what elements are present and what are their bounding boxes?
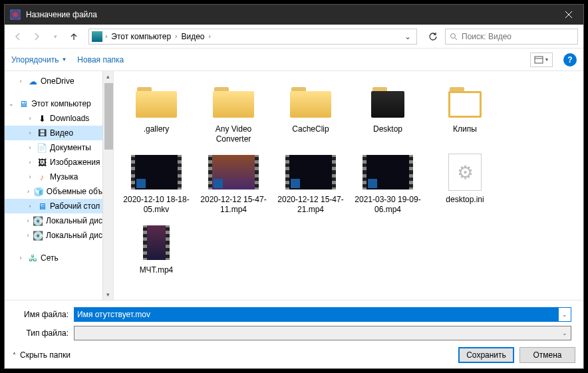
titlebar: Назначение файла xyxy=(5,5,583,25)
videos-library-icon xyxy=(92,31,102,42)
disk-icon: 💽 xyxy=(33,230,43,241)
file-mcht[interactable]: МЧТ.mp4 xyxy=(118,220,195,278)
filename-input[interactable] xyxy=(74,308,559,321)
onedrive-icon: ☁ xyxy=(27,76,38,86)
close-button[interactable] xyxy=(554,5,583,25)
video-thumb-icon xyxy=(285,155,336,189)
search-box[interactable] xyxy=(445,29,578,45)
disk-icon: 💽 xyxy=(33,215,43,226)
filename-dropdown[interactable]: ⌄ xyxy=(559,311,571,318)
folder-desktop[interactable]: Desktop xyxy=(349,79,426,147)
address-bar[interactable]: › Этот компьютер › Видео › ⌄ xyxy=(88,29,417,45)
sidebar-scrollbar[interactable]: ▴ ▾ xyxy=(102,71,113,300)
filetype-label: Тип файла: xyxy=(13,328,74,338)
nav-bar: ▾ › Этот компьютер › Видео › ⌄ xyxy=(5,25,583,49)
chevron-right-icon: › xyxy=(175,33,177,40)
folder-anyvideo[interactable]: Any Video Converter xyxy=(195,79,272,147)
tree-desktop[interactable]: ›🖥Рабочий стол xyxy=(5,199,102,213)
file-video3[interactable]: 2020-12-12 15-47-21.mp4 xyxy=(272,150,349,217)
scrollbar-thumb[interactable] xyxy=(104,83,114,150)
up-button[interactable] xyxy=(66,29,82,45)
help-icon: ? xyxy=(567,55,572,64)
expand-icon: › xyxy=(26,188,31,195)
tree-localdisk1[interactable]: ›💽Локальный дис xyxy=(5,213,102,228)
breadcrumb-thispc[interactable]: Этот компьютер xyxy=(108,31,174,43)
svg-point-0 xyxy=(451,33,456,38)
refresh-icon xyxy=(428,32,438,41)
video-thumb-icon xyxy=(131,155,182,189)
organize-menu[interactable]: Упорядочить ▼ xyxy=(11,55,67,64)
view-options-button[interactable]: ▼ xyxy=(530,53,553,67)
expand-icon: › xyxy=(26,217,30,224)
tree-onedrive[interactable]: ›☁OneDrive xyxy=(5,74,102,88)
chevron-right-icon: › xyxy=(105,33,107,40)
svg-rect-1 xyxy=(535,57,543,63)
file-video4[interactable]: 2021-03-30 19-09-06.mp4 xyxy=(349,150,426,217)
file-video2[interactable]: 2020-12-12 15-47-11.mp4 xyxy=(195,150,272,217)
recent-dropdown[interactable]: ▾ xyxy=(47,29,63,45)
expand-icon: › xyxy=(26,130,34,136)
desktop-icon: 🖥 xyxy=(37,201,47,211)
forward-arrow-icon xyxy=(32,32,41,41)
tree-thispc[interactable]: ⌄🖥Этот компьютер xyxy=(5,96,102,111)
folder-clips[interactable]: Клипы xyxy=(426,79,504,147)
file-desktop-ini[interactable]: ⚙desktop.ini xyxy=(426,150,504,217)
folder-icon xyxy=(371,86,404,118)
address-dropdown[interactable]: ⌄ xyxy=(400,32,415,41)
refresh-button[interactable] xyxy=(424,29,442,45)
folder-cacheclip[interactable]: CacheClip xyxy=(272,79,349,147)
music-icon: ♪ xyxy=(37,172,47,182)
video-icon: 🎞 xyxy=(37,128,47,138)
hide-folders-toggle[interactable]: ˄ Скрыть папки xyxy=(13,350,71,360)
folder-icon xyxy=(136,86,177,118)
chevron-down-icon: ▼ xyxy=(61,57,67,62)
filename-combo[interactable]: ⌄ xyxy=(74,307,571,322)
save-dialog: Назначение файла ▾ › Этот компьютер › Ви… xyxy=(4,4,584,369)
tree-3dobjects[interactable]: ›🧊Объемные объ xyxy=(5,184,102,199)
chevron-right-icon: › xyxy=(208,33,210,40)
collapse-icon: ⌄ xyxy=(7,100,15,107)
back-button[interactable] xyxy=(10,29,26,45)
expand-icon: › xyxy=(26,144,34,151)
cancel-button[interactable]: Отмена xyxy=(519,347,575,363)
forward-button[interactable] xyxy=(29,29,45,45)
search-icon xyxy=(450,33,458,41)
search-input[interactable] xyxy=(462,32,573,41)
tree-images[interactable]: ›🖼Изображения xyxy=(5,155,102,170)
new-folder-button[interactable]: Новая папка xyxy=(77,55,124,64)
toolbar: Упорядочить ▼ Новая папка ▼ ? xyxy=(5,49,583,71)
tree-music[interactable]: ›♪Музыка xyxy=(5,170,102,184)
folder-icon xyxy=(448,86,482,118)
action-row: ˄ Скрыть папки Сохранить Отмена xyxy=(13,347,575,363)
close-icon xyxy=(565,11,572,18)
scroll-up-icon: ▴ xyxy=(103,71,113,82)
gear-icon: ⚙ xyxy=(457,162,474,184)
file-video1[interactable]: 2020-12-10 18-18-05.mkv xyxy=(118,150,195,217)
folder-tree: ›☁OneDrive ⌄🖥Этот компьютер ›⬇Downloads … xyxy=(5,71,102,300)
tree-documents[interactable]: ›📄Документы xyxy=(5,140,102,155)
expand-icon: › xyxy=(26,159,34,166)
expand-icon: › xyxy=(17,78,25,84)
tree-network[interactable]: ›🖧Сеть xyxy=(5,251,102,265)
downloads-icon: ⬇ xyxy=(37,113,47,124)
pc-icon: 🖥 xyxy=(18,98,29,109)
save-button[interactable]: Сохранить xyxy=(458,347,514,363)
filetype-combo[interactable]: ⌄ xyxy=(74,326,571,340)
tree-downloads[interactable]: ›⬇Downloads xyxy=(5,111,102,126)
filetype-dropdown[interactable]: ⌄ xyxy=(559,330,571,336)
dialog-body: ›☁OneDrive ⌄🖥Этот компьютер ›⬇Downloads … xyxy=(5,71,583,300)
breadcrumb-video[interactable]: Видео xyxy=(178,31,207,43)
folder-gallery[interactable]: .gallery xyxy=(118,79,195,147)
ini-file-icon: ⚙ xyxy=(448,154,482,191)
chevron-down-icon: ▼ xyxy=(545,57,549,62)
navigation-pane: ›☁OneDrive ⌄🖥Этот компьютер ›⬇Downloads … xyxy=(5,71,114,300)
network-icon: 🖧 xyxy=(27,253,38,263)
expand-icon: › xyxy=(26,232,30,239)
help-button[interactable]: ? xyxy=(563,53,577,66)
tree-video[interactable]: ›🎞Видео xyxy=(5,126,102,140)
tree-localdisk2[interactable]: ›💽Локальный дис xyxy=(5,228,102,243)
filetype-input[interactable] xyxy=(74,326,559,340)
folder-icon xyxy=(213,86,254,118)
video-thumb-icon xyxy=(143,225,170,260)
expand-icon: › xyxy=(17,255,25,261)
